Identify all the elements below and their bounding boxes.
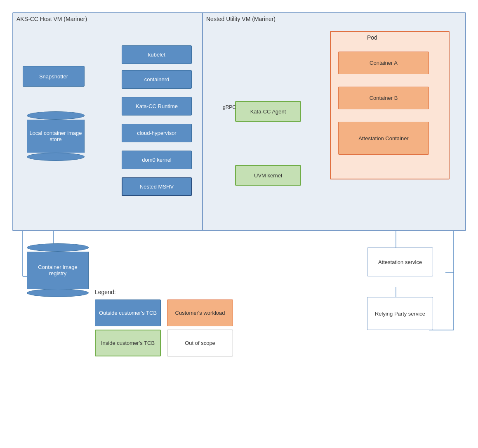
relying-party-service-box: Relying Party service	[367, 297, 433, 330]
kata-cc-runtime-box: Kata-CC Runtime	[122, 97, 192, 116]
kata-cc-agent-box: Kata-CC Agent	[235, 101, 301, 122]
grpc-label: gRPC	[223, 104, 236, 110]
nested-mshv-box: Nested MSHV	[122, 177, 192, 196]
snapshotter-box: Snapshotter	[23, 66, 85, 87]
nested-vm-label: Nested Utility VM (Mariner)	[206, 16, 275, 22]
attestation-service-box: Attestation service	[367, 248, 433, 276]
legend-area: Legend: Outside customer's TCB Customer'…	[95, 289, 233, 360]
aks-host-label: AKS-CC Host VM (Mariner)	[16, 16, 87, 22]
container-a-box: Container A	[338, 52, 429, 74]
attestation-container-box: Attestation Container	[338, 122, 429, 155]
legend-inside-tcb: Inside customer's TCB	[95, 330, 161, 356]
legend-title: Legend:	[95, 289, 233, 295]
legend-row-1: Outside customer's TCB Customer's worklo…	[95, 299, 233, 326]
diagram-container: AKS-CC Host VM (Mariner) Nested Utility …	[0, 0, 478, 448]
legend-row-2: Inside customer's TCB Out of scope	[95, 330, 233, 356]
kubelet-box: kubelet	[122, 45, 192, 64]
cloud-hypervisor-box: cloud-hypervisor	[122, 124, 192, 142]
pod-label: Pod	[367, 34, 377, 41]
uvm-kernel-box: UVM kernel	[235, 165, 301, 186]
legend-customer-workload: Customer's workload	[167, 299, 233, 326]
container-b-box: Container B	[338, 87, 429, 109]
container-image-registry: Container image registry	[27, 243, 89, 297]
legend-outside-tcb: Outside customer's TCB	[95, 299, 161, 326]
local-container-store: Local container image store	[27, 111, 85, 161]
legend-out-of-scope: Out of scope	[167, 330, 233, 356]
containerd-box: containerd	[122, 70, 192, 89]
dom0-kernel-box: dom0 kernel	[122, 151, 192, 169]
